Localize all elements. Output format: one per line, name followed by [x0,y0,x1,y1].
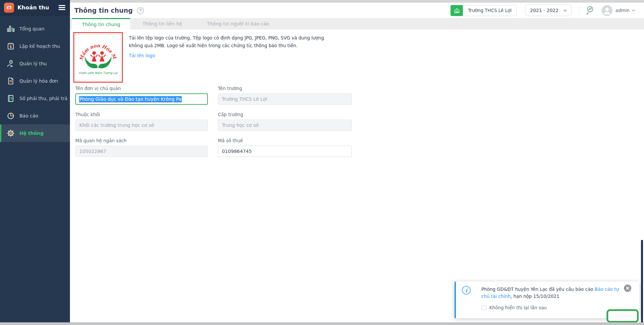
field-thuoc-khoi: Thuộc khối [75,112,208,131]
tab-thong-tin-chung[interactable]: Thông tin chung [72,18,130,29]
sidebar-item-label: Quản lý thu [19,61,47,66]
logo-description-text: Tải lên tệp logo của trường. Tệp logo có… [129,35,324,48]
ledger-book-icon: $ [6,94,15,103]
pie-chart-icon [6,111,15,120]
field-label: Thuộc khối [75,112,208,117]
field-label: Tên trường [218,86,352,91]
window-top-edge [70,0,644,3]
ma-so-thue-input[interactable] [218,146,352,157]
help-icon[interactable] [137,7,144,14]
sidebar-item-label: Tổng quan [19,26,45,31]
field-ten-don-vi-chu-quan: Tên đơn vị chủ quản Phòng Giáo dục và Đà… [75,86,208,105]
sidebar-item-bao-cao[interactable]: Báo cáo [0,107,70,125]
sidebar-item-label: Báo cáo [19,113,38,118]
school-year-value: 2021 - 2022 [530,8,558,13]
svg-text:$: $ [9,45,12,49]
header-divider [579,6,579,15]
window-bottom-edge [0,322,644,325]
sidebar-item-label: Lập kế hoạch thu [19,44,60,49]
svg-text:$: $ [10,96,13,100]
thuoc-khoi-input [75,119,208,131]
sidebar: $ Khoản thu Tổng quan $ [0,0,70,322]
tabstrip: Thông tin chung Thông tin liên hệ Thông … [70,18,644,29]
logo-description: Tải lên tệp logo của trường. Tệp logo có… [129,34,325,60]
scrollbar-thumb[interactable] [641,240,643,322]
general-info-form: Tên đơn vị chủ quản Phòng Giáo dục và Đà… [75,86,352,157]
school-logo-box[interactable]: Mầm non Họa Mi Vườn ươm Mầm Tương Lai [73,32,123,83]
page-title: Thông tin chung [74,7,133,14]
ten-truong-input [218,93,352,105]
sidebar-item-label: Số phải thu, phải trả [19,96,67,101]
field-ten-truong: Tên trường [218,86,352,105]
ma-quan-he-ngan-sach-input [75,146,208,157]
hand-coin-icon: $ [6,59,15,68]
lookup-trend-icon[interactable] [586,5,596,15]
school-year-select[interactable]: 2021 - 2022 [525,5,571,16]
cap-truong-input [218,119,352,131]
header-right: Trường THCS Lê Lợi 2021 - 2022 [451,5,635,16]
sidebar-item-lap-ke-hoach-thu[interactable]: $ Lập kế hoạch thu [0,37,70,55]
close-icon[interactable] [624,285,631,292]
field-label: Tên đơn vị chủ quản [75,86,208,91]
upload-logo-link[interactable]: Tải lên logo [129,52,155,60]
calendar-dollar-icon: $ [6,42,15,51]
app-window: { "app": { "title": "Khoản thu" }, "side… [0,0,644,325]
gear-icon [6,129,15,138]
sidebar-item-quan-ly-hoa-don[interactable]: Quản lý hóa đơn [0,72,70,90]
sidebar-item-quan-ly-thu[interactable]: $ Quản lý thu [0,55,70,72]
sidebar-item-tong-quan[interactable]: Tổng quan [0,20,70,37]
info-icon: i [462,286,471,295]
tab-thong-tin-lien-he[interactable]: Thông tin liên hệ [130,18,194,29]
field-label: Mã quan hệ ngân sách [75,138,208,143]
invoice-icon [6,77,15,85]
bar-chart-icon [6,24,15,33]
sidebar-header: $ Khoản thu [0,0,70,15]
page-header: Thông tin chung Trường THCS Lê Lợi 2021 … [70,3,644,18]
dont-show-again-row[interactable]: Không hiển thị lại lần sau [481,305,547,310]
dont-show-again-checkbox[interactable] [481,305,486,310]
field-ma-so-thue: Mã số thuế [218,138,352,157]
svg-text:$: $ [8,7,10,9]
svg-text:$: $ [10,61,12,64]
toast-text-before: Phòng GD&ĐT huyện Yên Lạc đã yêu cầu báo… [481,287,595,292]
field-cap-truong: Cấp trường [218,112,352,131]
hamburger-menu-icon[interactable] [59,5,65,10]
school-logo-image: Mầm non Họa Mi Vườn ươm Mầm Tương Lai [76,34,120,80]
avatar[interactable] [601,5,613,16]
toast-text-after: , hạn nộp 15/10/2021 [510,294,559,299]
sidebar-item-label: Quản lý hóa đơn [19,78,58,84]
selected-input-text: Phòng Giáo dục và Đào tạo huyện Krông Pa [79,96,182,102]
ten-don-vi-chu-quan-input[interactable]: Phòng Giáo dục và Đào tạo huyện Krông Pa [75,93,208,105]
app-title: Khoản thu [17,4,49,11]
dont-show-again-label: Không hiển thị lại lần sau [489,305,547,310]
main-area: Thông tin chung Trường THCS Lê Lợi 2021 … [70,0,644,322]
toast-message: Phòng GD&ĐT huyện Yên Lạc đã yêu cầu báo… [481,286,626,300]
field-label: Mã số thuế [218,138,352,143]
app-logo-icon: $ [4,3,14,13]
school-name[interactable]: Trường THCS Lê Lợi [462,5,517,16]
chevron-down-icon[interactable] [632,9,635,12]
sidebar-item-so-phai-thu-phai-tra[interactable]: $ Số phải thu, phải trả [0,90,70,107]
username[interactable]: admin [616,8,630,13]
chevron-down-icon [563,9,567,12]
sidebar-item-he-thong[interactable]: Hệ thống [0,125,70,142]
svg-text:Vườn ươm Mầm Tương Lai: Vườn ươm Mầm Tương Lai [79,71,118,75]
school-icon[interactable] [451,5,463,16]
field-ma-quan-he-ngan-sach: Mã quan hệ ngân sách [75,138,208,157]
field-label: Cấp trường [218,112,352,117]
sidebar-nav: Tổng quan $ Lập kế hoạch thu $ [0,20,70,142]
tab-thong-tin-nguoi-ki-bao-cao[interactable]: Thông tin người kí báo cáo [194,18,281,29]
school-selector: Trường THCS Lê Lợi [451,5,517,16]
offscreen-green-button[interactable] [607,309,639,323]
sidebar-item-label: Hệ thống [19,131,44,136]
